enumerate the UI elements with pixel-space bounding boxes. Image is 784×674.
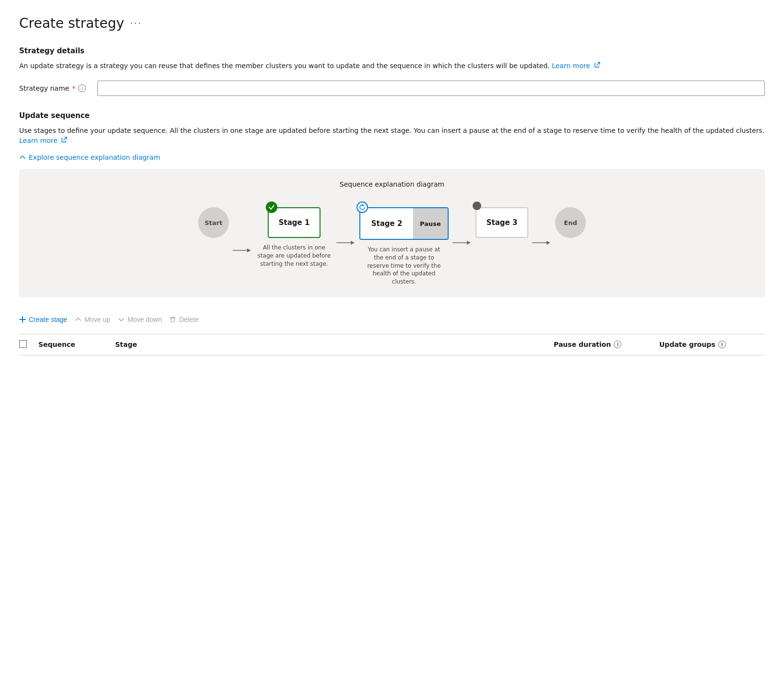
- arrow-4-svg: [532, 238, 551, 248]
- required-indicator: *: [72, 84, 75, 92]
- update-seq-desc-text: Use stages to define your update sequenc…: [19, 127, 764, 134]
- select-all-checkbox[interactable]: [19, 340, 27, 348]
- stage2-badge: [356, 201, 368, 213]
- stage-header-label: Stage: [115, 341, 137, 348]
- update-groups-info-icon[interactable]: i: [718, 341, 726, 348]
- strategy-name-input[interactable]: [97, 81, 765, 96]
- chevron-up-icon: [19, 154, 26, 161]
- move-down-button[interactable]: Move down: [118, 313, 170, 326]
- more-options-icon[interactable]: ···: [130, 18, 142, 29]
- strategy-name-row: Strategy name * i: [19, 81, 765, 96]
- update-groups-header-label: Update groups: [659, 341, 715, 348]
- strategy-name-info-icon[interactable]: i: [78, 84, 86, 92]
- start-label: Start: [205, 219, 223, 226]
- pause-duration-column-header: Pause duration i: [554, 341, 659, 348]
- update-seq-learn-more-label: Learn more: [19, 137, 58, 144]
- arrow-3: [449, 238, 475, 248]
- select-all-column: [19, 340, 38, 349]
- strategy-learn-more-link[interactable]: Learn more: [552, 62, 600, 70]
- page-title-text: Create strategy: [19, 15, 124, 31]
- create-stage-label: Create stage: [29, 316, 67, 323]
- update-seq-learn-more-link[interactable]: Learn more: [19, 137, 67, 144]
- stage3-node-wrapper: Stage 3: [475, 200, 528, 238]
- stage3-badge: [473, 201, 481, 210]
- move-up-label: Move up: [84, 316, 110, 323]
- check-icon: [268, 204, 275, 211]
- page-title: Create strategy ···: [19, 15, 765, 31]
- pause-node: Pause: [413, 208, 448, 239]
- svg-marker-7: [546, 241, 550, 245]
- learn-more-label: Learn more: [552, 62, 590, 70]
- move-down-label: Move down: [128, 316, 162, 323]
- refresh-icon: [359, 204, 366, 211]
- arrow-up-icon: [75, 316, 82, 323]
- delete-label: Delete: [179, 316, 198, 323]
- table-header: Sequence Stage Pause duration i Update g…: [19, 334, 765, 355]
- update-sequence-heading: Update sequence: [19, 111, 765, 120]
- stage2-node-wrapper: Stage 2 Pause You can insert a pause at …: [359, 200, 449, 286]
- start-node: Start: [198, 207, 229, 238]
- sequence-column-header: Sequence: [38, 341, 115, 348]
- strategy-details-section: Strategy details An update strategy is a…: [19, 47, 765, 96]
- delete-button[interactable]: Delete: [169, 313, 206, 326]
- arrow-2-svg: [336, 238, 356, 248]
- plus-icon: [19, 316, 26, 323]
- stage-column-header: Stage: [115, 341, 554, 348]
- arrow-1-svg: [233, 246, 252, 255]
- stage-toolbar: Create stage Move up Move down Delete: [19, 313, 765, 334]
- stage2-group: Stage 2 Pause: [359, 207, 449, 240]
- arrow-3-svg: [452, 238, 472, 248]
- delete-icon: [169, 316, 176, 323]
- external-link-icon: [594, 62, 600, 68]
- strategy-name-label: Strategy name * i: [19, 84, 86, 92]
- pause-duration-info-icon[interactable]: i: [614, 341, 621, 348]
- stage3-label: Stage 3: [487, 218, 518, 227]
- explore-toggle-label: Explore sequence explanation diagram: [29, 154, 160, 161]
- strategy-details-description: An update strategy is a strategy you can…: [19, 61, 765, 71]
- arrow-2: [333, 238, 359, 248]
- update-sequence-description: Use stages to define your update sequenc…: [19, 126, 765, 146]
- end-node-wrapper: End: [555, 200, 586, 238]
- arrow-4: [528, 238, 555, 248]
- create-stage-button[interactable]: Create stage: [19, 313, 75, 326]
- sequence-header-label: Sequence: [38, 341, 75, 348]
- end-label: End: [564, 219, 577, 226]
- stage2-description: You can insert a pause at the end of a s…: [366, 246, 442, 286]
- update-groups-column-header: Update groups i: [659, 341, 765, 348]
- stage1-node: Stage 1: [268, 207, 321, 238]
- move-up-button[interactable]: Move up: [75, 313, 118, 326]
- stage1-badge: [266, 201, 277, 213]
- start-node-wrapper: Start: [198, 200, 229, 238]
- stage1-description: All the clusters in one stage are update…: [256, 244, 333, 268]
- explore-toggle-button[interactable]: Explore sequence explanation diagram: [19, 154, 765, 161]
- sequence-diagram-container: Sequence explanation diagram Start: [19, 169, 765, 297]
- stage3-node: Stage 3: [475, 207, 528, 238]
- diagram-title: Sequence explanation diagram: [35, 180, 749, 188]
- strategy-name-label-text: Strategy name: [19, 84, 69, 92]
- svg-marker-5: [467, 241, 471, 245]
- pause-duration-header-label: Pause duration: [554, 341, 611, 348]
- svg-marker-1: [247, 248, 251, 252]
- arrow-1: [229, 238, 256, 255]
- stage1-node-wrapper: Stage 1 All the clusters in one stage ar…: [256, 200, 333, 268]
- update-sequence-section: Update sequence Use stages to define you…: [19, 111, 765, 355]
- external-link-icon-2: [61, 137, 67, 142]
- stage1-label: Stage 1: [279, 218, 310, 227]
- strategy-details-heading: Strategy details: [19, 47, 765, 55]
- strategy-desc-text: An update strategy is a strategy you can…: [19, 62, 550, 70]
- arrow-down-icon: [118, 316, 125, 323]
- end-node: End: [555, 207, 586, 238]
- stage2-node: Stage 2: [360, 208, 413, 239]
- svg-marker-3: [351, 241, 355, 245]
